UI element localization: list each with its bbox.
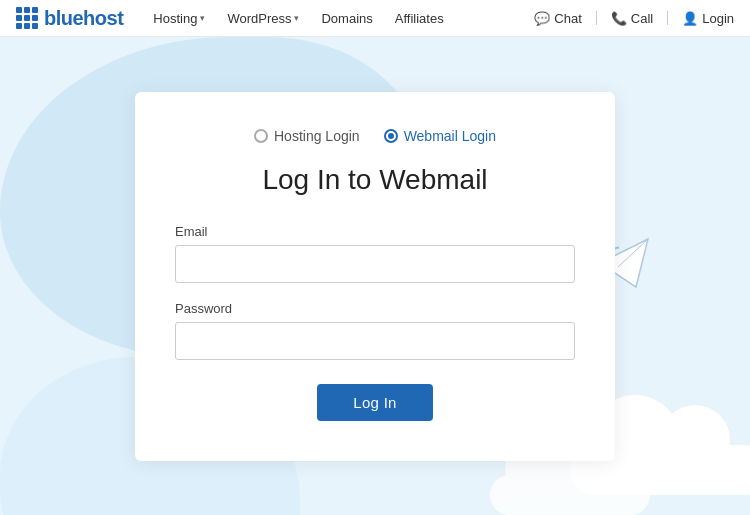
nav-hosting[interactable]: Hosting ▾ xyxy=(143,0,215,37)
password-label: Password xyxy=(175,301,575,316)
email-group: Email xyxy=(175,224,575,283)
tab-webmail-login[interactable]: Webmail Login xyxy=(384,128,496,144)
navigation: bluehost Hosting ▾ WordPress ▾ Domains A… xyxy=(0,0,750,37)
nav-separator xyxy=(596,11,597,25)
password-input[interactable] xyxy=(175,322,575,360)
logo-grid-icon xyxy=(16,7,38,29)
card-wrapper: Hosting Login Webmail Login Log In to We… xyxy=(0,37,750,515)
logo-text: bluehost xyxy=(44,7,123,30)
chevron-down-icon: ▾ xyxy=(294,13,299,23)
login-action[interactable]: 👤 Login xyxy=(682,11,734,26)
page-title: Log In to Webmail xyxy=(175,164,575,196)
email-label: Email xyxy=(175,224,575,239)
chat-icon: 💬 xyxy=(534,11,550,26)
nav-affiliates[interactable]: Affiliates xyxy=(385,0,454,37)
nav-actions: 💬 Chat 📞 Call 👤 Login xyxy=(534,11,734,26)
password-group: Password xyxy=(175,301,575,360)
nav-domains[interactable]: Domains xyxy=(311,0,382,37)
login-button-wrapper: Log In xyxy=(175,384,575,421)
chat-action[interactable]: 💬 Chat xyxy=(534,11,581,26)
chevron-down-icon: ▾ xyxy=(200,13,205,23)
call-action[interactable]: 📞 Call xyxy=(611,11,653,26)
user-icon: 👤 xyxy=(682,11,698,26)
tab-hosting-login[interactable]: Hosting Login xyxy=(254,128,360,144)
logo[interactable]: bluehost xyxy=(16,7,123,30)
radio-webmail[interactable] xyxy=(384,129,398,143)
nav-links: Hosting ▾ WordPress ▾ Domains Affiliates xyxy=(143,0,534,37)
phone-icon: 📞 xyxy=(611,11,627,26)
nav-separator-2 xyxy=(667,11,668,25)
radio-hosting[interactable] xyxy=(254,129,268,143)
login-tabs: Hosting Login Webmail Login xyxy=(175,128,575,144)
login-button[interactable]: Log In xyxy=(317,384,433,421)
login-card: Hosting Login Webmail Login Log In to We… xyxy=(135,92,615,461)
nav-wordpress[interactable]: WordPress ▾ xyxy=(217,0,309,37)
email-input[interactable] xyxy=(175,245,575,283)
